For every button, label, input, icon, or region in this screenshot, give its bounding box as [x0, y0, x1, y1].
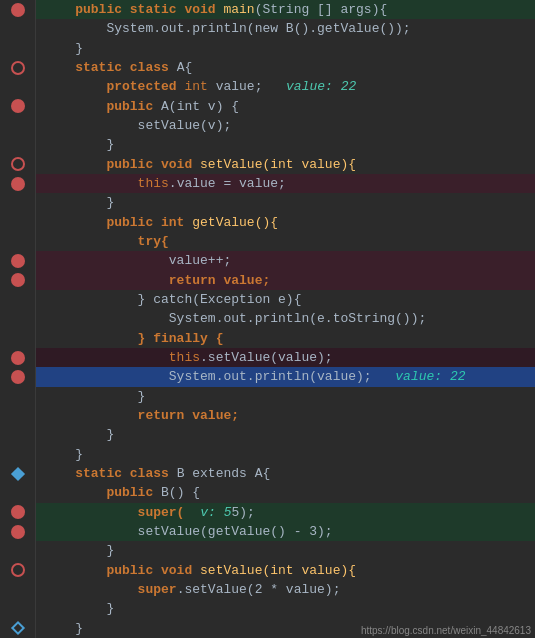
line-gutter — [0, 0, 36, 638]
code-line: protected int value; value: 22 — [36, 77, 535, 96]
gutter-row — [0, 193, 35, 212]
code-token: v: 5 — [192, 505, 231, 520]
code-token: B extends A{ — [177, 466, 271, 481]
gutter-row — [0, 213, 35, 232]
code-token: value: 22 — [380, 369, 466, 384]
code-token: public static void — [44, 2, 223, 17]
gutter-row — [0, 271, 35, 290]
code-token: setValue(v); — [44, 118, 231, 133]
gutter-row — [0, 348, 35, 367]
code-line: this.setValue(value); — [36, 348, 535, 367]
code-line: } finally { — [36, 329, 535, 348]
gutter-row — [0, 580, 35, 599]
code-line: super.setValue(2 * value); — [36, 580, 535, 599]
code-line: static class B extends A{ — [36, 464, 535, 483]
code-line: } — [36, 387, 535, 406]
code-line: setValue(v); — [36, 116, 535, 135]
code-token: out — [223, 369, 246, 384]
gutter-row — [0, 406, 35, 425]
gutter-row — [0, 97, 35, 116]
code-token: static class — [44, 466, 177, 481]
breakpoint-icon[interactable] — [11, 525, 25, 539]
gutter-row — [0, 483, 35, 502]
code-line: return value; — [36, 406, 535, 425]
code-line: } — [36, 39, 535, 58]
code-token: .setValue(2 * value); — [177, 582, 341, 597]
gutter-row — [0, 464, 35, 483]
code-token: public — [44, 99, 161, 114]
gutter-row — [0, 541, 35, 560]
code-token: public int — [44, 215, 192, 230]
code-token: } — [44, 447, 83, 462]
code-token: } finally { — [44, 331, 223, 346]
code-token: setValue(int value){ — [200, 563, 356, 578]
code-line: setValue(getValue() - 3); — [36, 522, 535, 541]
code-line: } — [36, 445, 535, 464]
watermark: https://blog.csdn.net/weixin_44842613 — [357, 623, 535, 638]
code-line: } — [36, 135, 535, 154]
code-token: .println(e.toString()); — [247, 311, 426, 326]
code-token: .value = value; — [169, 176, 286, 191]
gutter-row — [0, 329, 35, 348]
code-line: public void setValue(int value){ — [36, 155, 535, 174]
code-line: } — [36, 599, 535, 618]
code-token: System. — [44, 369, 223, 384]
breakpoint-icon[interactable] — [11, 3, 25, 17]
current-breakpoint-icon[interactable] — [11, 370, 25, 384]
diamond-marker-icon — [10, 466, 24, 480]
code-line: try{ — [36, 232, 535, 251]
code-token: public void — [44, 157, 200, 172]
code-line: public static void main(String [] args){ — [36, 0, 535, 19]
code-token: A(int v) { — [161, 99, 239, 114]
code-token: } catch(Exception e){ — [44, 292, 301, 307]
code-editor: public static void main(String [] args){… — [0, 0, 535, 638]
code-line: return value; — [36, 271, 535, 290]
code-token: A{ — [177, 60, 193, 75]
code-token: value++; — [44, 253, 231, 268]
gutter-row — [0, 135, 35, 154]
gutter-row — [0, 445, 35, 464]
conditional-breakpoint-icon[interactable] — [11, 563, 25, 577]
gutter-row — [0, 619, 35, 638]
gutter-row — [0, 290, 35, 309]
code-token: public — [44, 485, 161, 500]
gutter-row — [0, 503, 35, 522]
gutter-row — [0, 251, 35, 270]
code-token: } — [44, 41, 83, 56]
code-token: out — [223, 311, 246, 326]
code-token: public void — [44, 563, 200, 578]
code-line: super( v: 55); — [36, 503, 535, 522]
gutter-row — [0, 561, 35, 580]
code-line: } — [36, 425, 535, 444]
gutter-row — [0, 599, 35, 618]
code-line: static class A{ — [36, 58, 535, 77]
code-token: (String [] args){ — [255, 2, 388, 17]
code-token: } — [44, 137, 114, 152]
breakpoint-icon[interactable] — [11, 177, 25, 191]
conditional-breakpoint-icon[interactable] — [11, 157, 25, 171]
breakpoint-icon[interactable] — [11, 273, 25, 287]
code-token: out — [161, 21, 184, 36]
breakpoint-icon[interactable] — [11, 505, 25, 519]
gutter-row — [0, 425, 35, 444]
gutter-row — [0, 387, 35, 406]
code-token: value; — [216, 79, 263, 94]
breakpoint-icon[interactable] — [11, 351, 25, 365]
code-token: .println(new B().getValue()); — [184, 21, 410, 36]
gutter-row — [0, 309, 35, 328]
conditional-breakpoint-icon[interactable] — [11, 61, 25, 75]
code-line: } — [36, 541, 535, 560]
gutter-row — [0, 116, 35, 135]
code-token: setValue(getValue() - 3); — [44, 524, 333, 539]
gutter-row — [0, 0, 35, 19]
code-token: } — [44, 621, 83, 636]
code-token: this — [44, 350, 200, 365]
diamond-outline-icon — [10, 621, 24, 635]
gutter-row — [0, 367, 35, 386]
code-token: setValue(int value){ — [200, 157, 356, 172]
code-token: return value; — [44, 273, 270, 288]
gutter-row — [0, 77, 35, 96]
breakpoint-icon[interactable] — [11, 99, 25, 113]
breakpoint-icon[interactable] — [11, 254, 25, 268]
code-token: 5); — [231, 505, 254, 520]
